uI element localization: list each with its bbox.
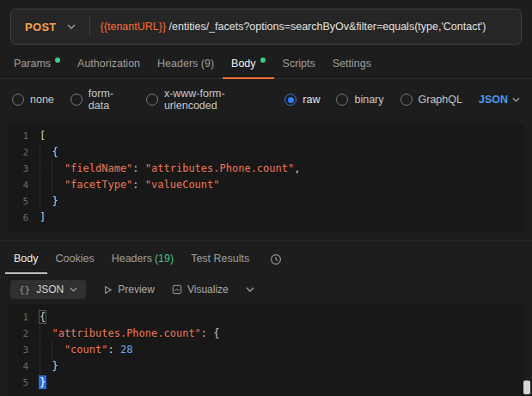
code-text: } xyxy=(40,375,46,391)
body-type-raw-label: raw xyxy=(303,94,320,106)
url-input[interactable]: {{tenantURL}} /entities/_facets?options=… xyxy=(90,21,521,33)
line-number: 2 xyxy=(9,326,40,342)
response-tabs: Body Cookies Headers(19) Test Results xyxy=(0,241,532,274)
request-url-bar: POST {{tenantURL}} /entities/_facets?opt… xyxy=(10,9,522,45)
line-number: 1 xyxy=(9,309,40,326)
tab-params[interactable]: Params xyxy=(5,50,69,79)
tab-settings-label: Settings xyxy=(333,58,371,70)
tab-headers[interactable]: Headers (9) xyxy=(149,50,223,79)
tab-test-results-label: Test Results xyxy=(191,253,249,265)
tab-response-headers-label: Headers xyxy=(112,253,152,265)
more-options-chevron[interactable] xyxy=(246,287,254,292)
tab-body-label: Body xyxy=(231,58,256,70)
tab-cookies-label: Cookies xyxy=(56,253,95,265)
line-number: 5 xyxy=(9,375,40,391)
code-line-6: 6] xyxy=(9,210,523,226)
code-line-5: 5} xyxy=(9,375,523,391)
body-type-urlencoded[interactable]: x-www-form-urlencoded xyxy=(146,88,268,112)
method-label: POST xyxy=(25,21,57,34)
line-number: 3 xyxy=(9,161,40,177)
tab-cookies[interactable]: Cookies xyxy=(47,245,103,274)
request-tabs: Params Authorization Headers (9) Body Sc… xyxy=(0,50,532,79)
radio-icon xyxy=(146,94,158,106)
braces-icon: {} xyxy=(19,284,30,295)
code-text: { xyxy=(40,309,46,326)
tab-authorization-label: Authorization xyxy=(77,58,140,70)
play-icon xyxy=(103,285,113,295)
code-text: "count": 28 xyxy=(40,342,132,358)
scrollbar-thumb[interactable] xyxy=(523,381,530,394)
headers-count-badge: (19) xyxy=(155,253,174,265)
code-line-2: 2{ xyxy=(9,144,523,161)
tab-response-body[interactable]: Body xyxy=(5,245,47,274)
radio-icon xyxy=(12,94,24,106)
url-path: /entities/_facets?options=searchByOv&fil… xyxy=(166,21,486,33)
code-text: ] xyxy=(40,210,46,226)
radio-selected-icon xyxy=(284,94,297,106)
response-section: Body Cookies Headers(19) Test Results {}… xyxy=(0,241,532,396)
method-selector[interactable]: POST xyxy=(11,21,89,34)
line-number: 2 xyxy=(9,144,40,161)
body-type-binary[interactable]: binary xyxy=(336,94,383,106)
tab-scripts-label: Scripts xyxy=(283,58,315,70)
url-variable: {{tenantURL}} xyxy=(101,21,166,33)
body-type-none[interactable]: none xyxy=(12,94,54,106)
response-format-dropdown[interactable]: {} JSON xyxy=(10,280,86,299)
tab-response-headers[interactable]: Headers(19) xyxy=(103,245,182,274)
line-number: 3 xyxy=(9,342,40,358)
body-type-urlencoded-label: x-www-form-urlencoded xyxy=(164,88,268,112)
code-line-3: 3"fieldName": "attributes.Phone.count", xyxy=(9,161,523,177)
code-text: "attributes.Phone.count": { xyxy=(40,326,220,342)
body-type-form-data-label: form-data xyxy=(89,88,130,112)
body-type-graphql[interactable]: GraphQL xyxy=(401,94,462,106)
response-toolbar: {} JSON Preview Visualize xyxy=(0,274,532,302)
line-number: 1 xyxy=(9,128,40,144)
body-type-raw[interactable]: raw xyxy=(284,94,320,106)
body-type-binary-label: binary xyxy=(354,94,383,106)
line-number: 6 xyxy=(9,210,40,226)
tab-response-body-label: Body xyxy=(14,253,39,265)
line-number: 4 xyxy=(9,177,40,193)
response-history-icon[interactable] xyxy=(270,253,282,265)
body-type-none-label: none xyxy=(30,94,54,106)
code-text: { xyxy=(40,144,58,161)
code-text: [ xyxy=(40,128,46,144)
code-text: "fieldName": "attributes.Phone.count", xyxy=(40,161,300,177)
code-line-5: 5} xyxy=(9,193,523,210)
body-type-graphql-label: GraphQL xyxy=(419,94,462,106)
language-selector[interactable]: JSON xyxy=(479,94,520,106)
body-type-row: none form-data x-www-form-urlencoded raw… xyxy=(0,79,532,119)
chevron-down-icon xyxy=(70,287,77,292)
chevron-down-icon xyxy=(512,97,520,102)
tab-scripts[interactable]: Scripts xyxy=(274,50,324,79)
visualize-label: Visualize xyxy=(187,283,229,295)
code-line-1: 1{ xyxy=(9,309,523,326)
body-type-form-data[interactable]: form-data xyxy=(70,88,130,112)
code-text: } xyxy=(40,193,58,210)
line-number: 4 xyxy=(9,358,40,375)
language-selector-label: JSON xyxy=(479,94,508,106)
tab-authorization[interactable]: Authorization xyxy=(69,50,149,79)
tab-test-results[interactable]: Test Results xyxy=(182,245,258,274)
code-line-2: 2"attributes.Phone.count": { xyxy=(9,326,523,342)
tab-body[interactable]: Body xyxy=(223,50,274,79)
tab-params-label: Params xyxy=(14,58,51,70)
tab-settings[interactable]: Settings xyxy=(324,50,380,79)
params-indicator-dot xyxy=(55,58,60,63)
preview-button[interactable]: Preview xyxy=(103,283,155,295)
radio-icon xyxy=(336,94,348,106)
code-line-4: 4"facetType": "valueCount" xyxy=(9,177,523,193)
preview-label: Preview xyxy=(118,283,155,295)
body-indicator-dot xyxy=(260,58,266,63)
api-client-app: POST {{tenantURL}} /entities/_facets?opt… xyxy=(0,9,532,396)
request-body-editor[interactable]: 1[2{3"fieldName": "attributes.Phone.coun… xyxy=(9,123,523,233)
response-body-editor[interactable]: 1{2"attributes.Phone.count": {3"count": … xyxy=(9,304,523,396)
code-text: } xyxy=(40,358,58,375)
tab-headers-label: Headers (9) xyxy=(157,58,214,70)
line-number: 5 xyxy=(9,193,40,210)
image-icon xyxy=(172,284,182,295)
code-line-3: 3"count": 28 xyxy=(9,342,523,358)
radio-icon xyxy=(70,94,83,106)
radio-icon xyxy=(401,94,413,106)
visualize-button[interactable]: Visualize xyxy=(172,283,229,295)
